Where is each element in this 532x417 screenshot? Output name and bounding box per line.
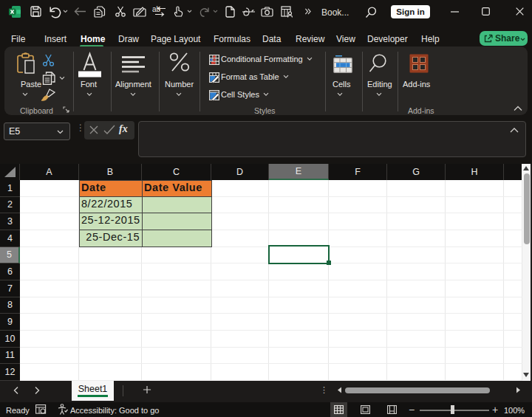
svg-text:ab: ab	[152, 5, 161, 13]
